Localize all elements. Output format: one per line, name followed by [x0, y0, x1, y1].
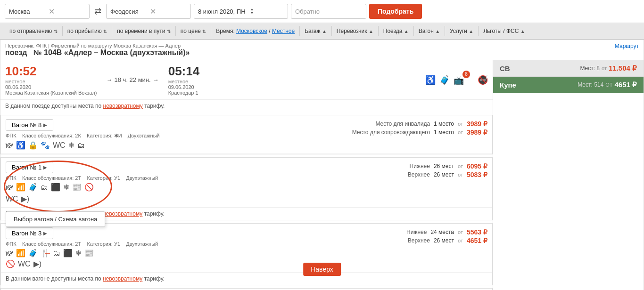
filter-carrier[interactable]: Перевозчик ▲ [332, 26, 379, 36]
snow2-icon-1: ❄ [63, 183, 69, 192]
wagon3-notice-link[interactable]: невозвратному [103, 275, 142, 282]
wagon-section-1: Вагон № 1 ▶ ФПК Класс обслуживания: 2Т К… [0, 157, 493, 220]
date-input[interactable]: 8 июня 2020, ПН ▲ ▼ [194, 4, 288, 19]
depart-station: Москва Казанская (Казанский Вокзал) [5, 90, 97, 96]
train-notice: В данном поезде доступны места по невозв… [0, 100, 493, 112]
filter-bar: по отправлению ⇅ по прибытию ⇅ по времен… [0, 23, 644, 40]
filter-arrival[interactable]: по прибытию ⇅ [63, 26, 112, 36]
kupe-price-row[interactable]: Купе Мест: 514 ОТ 4651 ₽ [493, 77, 644, 93]
wagon1-notice-link[interactable]: невозвратному [103, 210, 142, 217]
wagon-right-3: Нижнее 24 места от 5563 ₽ Верхнее 26 мес… [337, 227, 487, 245]
filter-duration[interactable]: по времени в пути ⇅ [112, 26, 176, 36]
from-lbl-3-1: от [458, 238, 463, 243]
filter-arrival-label: по прибытию [67, 28, 102, 34]
wagon-section-5: Вагон № 5 ▶ ФПК Класс обслуживания: 2Т К… [0, 288, 493, 290]
seat-price-3-0: 5563 ₽ [467, 228, 487, 236]
from-input[interactable]: Москва ✕ [5, 4, 90, 19]
seat-type-8-0: Место для инвалида [375, 121, 430, 127]
filter-services[interactable]: Услуги ▲ [445, 26, 479, 36]
seat-count-1-0: 26 мест [434, 163, 454, 169]
tray3-icon-3: 🗂 [53, 249, 60, 258]
sort-departure-icon: ⇅ [54, 29, 58, 34]
wagon-btn-3[interactable]: Вагон № 3 ▶ [6, 227, 53, 239]
chart-icon-1: 📶 [16, 183, 25, 192]
wagon-info-8: ФПК Класс обслуживания: 2К Категория: ✱И… [6, 133, 337, 139]
seat-count-8-0: 1 место [434, 121, 454, 127]
filter-baggage-label: Багаж [305, 28, 320, 34]
kupe-from: ОТ [605, 82, 612, 88]
filter-departure-label: по отправлению [9, 28, 52, 34]
tray-icon-8: 🗂 [77, 141, 85, 150]
kupe-seats: Мест: 514 [578, 81, 603, 88]
search-button[interactable]: Подобрать [369, 4, 422, 19]
wheelchair-icon: ♿ [425, 75, 436, 85]
food-icon-1: 🍽 [6, 183, 13, 192]
date-down-icon[interactable]: ▼ [250, 11, 254, 15]
seat-row-3-0: Нижнее 24 места от 5563 ₽ [337, 228, 487, 236]
date-arrows[interactable]: ▲ ▼ [250, 8, 254, 15]
time-moscow-link[interactable]: Московское [236, 28, 267, 34]
depart-label: местное [5, 79, 97, 84]
seat-price-1-0: 6095 ₽ [467, 162, 487, 170]
play-icon-1: ▶) [21, 194, 29, 203]
lock-icon-8: 🔒 [28, 141, 38, 150]
wagon-section-3: Вагон № 3 ▶ ФПК Класс обслуживания: 2Т К… [0, 223, 493, 285]
arrive-block: 05:14 местное 09.06.2020 Краснодар 1 [168, 64, 200, 96]
filter-services-label: Услуги [450, 28, 467, 34]
back-placeholder: Обратно [295, 8, 320, 15]
notice-link[interactable]: невозвратному [103, 103, 143, 109]
from-clear-icon[interactable]: ✕ [49, 7, 85, 16]
filter-carrier-label: Перевозчик [337, 28, 367, 34]
train-timing: 10:52 местное 08.06.2020 Москва Казанска… [0, 60, 493, 100]
seat-price-3-1: 4651 ₽ [467, 237, 487, 244]
wagon-btn-1[interactable]: Вагон № 1 ▶ [6, 161, 53, 173]
depart-block: 10:52 местное 08.06.2020 Москва Казанска… [5, 64, 97, 96]
services-icon: ▲ [469, 29, 473, 34]
seat-type-1-1: Верхнее [408, 171, 430, 178]
train-label: поезд [5, 48, 31, 56]
time-local-link[interactable]: Местное [272, 28, 295, 34]
wc-icon-8: WC [53, 141, 66, 150]
back-date-input[interactable]: Обратно [291, 4, 366, 19]
train-icons: ♿ 🧳 📺 8 🚭 [425, 74, 488, 86]
back-top-button[interactable]: Наверх [303, 263, 341, 276]
wagon-left-3: Вагон № 3 ▶ ФПК Класс обслуживания: 2Т К… [6, 227, 337, 268]
benefits-icon: ▲ [520, 29, 525, 34]
seat-price-8-0: 3989 ₽ [467, 120, 487, 128]
wagon-row-8: Вагон № 8 ▶ ФПК Класс обслуживания: 2К К… [1, 115, 492, 154]
schema-popup[interactable]: Выбор вагона / Схема вагона [6, 211, 105, 227]
to-clear-icon[interactable]: ✕ [150, 7, 187, 16]
filter-wagon[interactable]: Вагон ▲ [414, 26, 445, 36]
to-input[interactable]: Феодосия ✕ [106, 4, 191, 19]
chart-icon-3: 📶 [16, 249, 25, 258]
food-icon-8: 🍽 [6, 141, 13, 150]
filter-trains[interactable]: Поезда ▲ [379, 26, 414, 36]
sv-from: от [602, 65, 607, 71]
trains-icon: ▲ [404, 29, 409, 34]
filter-price[interactable]: по цене ⇅ [176, 26, 212, 36]
filter-baggage[interactable]: Багаж ▲ [300, 26, 332, 36]
route-link[interactable]: Маршрут [615, 43, 639, 49]
filter-departure[interactable]: по отправлению ⇅ [5, 26, 63, 36]
filter-benefits[interactable]: Льготы / ФСС ▲ [479, 26, 529, 36]
depart-time: 10:52 [5, 64, 97, 79]
no-cutlery-icon-3: 🍴̶ [41, 249, 50, 258]
wagon-icon: ▲ [435, 29, 440, 34]
train-layout: 10:52 местное 08.06.2020 Москва Казанска… [0, 60, 644, 290]
play2-icon-3: ▶) [33, 259, 41, 268]
wagon-btn-8[interactable]: Вагон № 8 ▶ [6, 119, 53, 131]
duration-block: → 18 ч. 22 мин. → [107, 76, 159, 83]
table-icon-1: ⬛ [51, 183, 60, 192]
sv-price-row[interactable]: СВ Мест: 8 от 11.504 ₽ [493, 60, 644, 77]
notice-suffix: тарифу. [144, 103, 165, 109]
wagon-left-8: Вагон № 8 ▶ ФПК Класс обслуживания: 2К К… [6, 119, 337, 150]
seat-price-1-1: 5083 ₽ [467, 171, 487, 178]
filter-wagon-label: Вагон [419, 28, 434, 34]
filter-trains-label: Поезда [383, 28, 403, 34]
arrive-time: 05:14 [168, 64, 200, 79]
depart-date: 08.06.2020 [5, 84, 97, 90]
wc2-icon-1: WC [6, 195, 18, 203]
seat-type-3-0: Нижнее [406, 229, 427, 235]
to-value: Феодосия [110, 8, 147, 15]
swap-button[interactable]: ⇄ [92, 6, 103, 16]
